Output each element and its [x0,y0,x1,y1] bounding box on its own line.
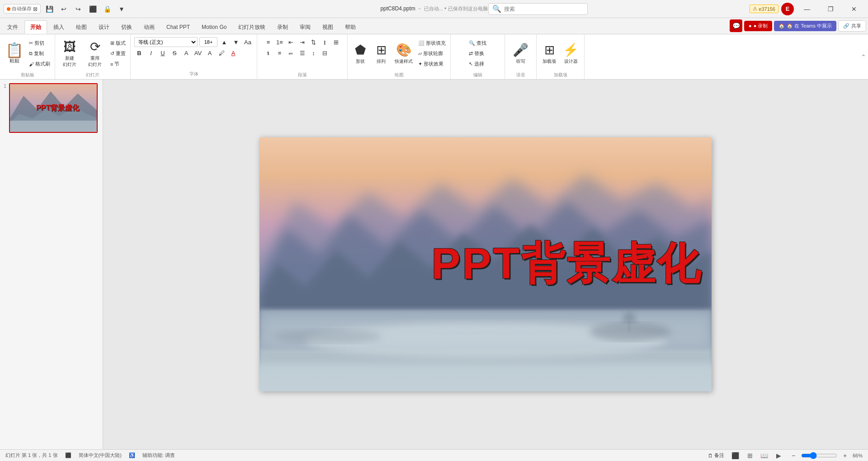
notes-button[interactable]: 🗒 备注 [706,451,726,461]
auto-save-dot [7,7,10,11]
search-icon: 🔍 [492,5,501,13]
new-slide-button[interactable]: 🖼 新建幻灯片 [58,38,81,70]
quick-styles-button[interactable]: 🎨 快速样式 [392,38,415,70]
font-size-increase[interactable]: ▲ [219,37,229,47]
more-tools-button[interactable]: 🔒 [101,3,113,15]
underline-button[interactable]: U [158,48,168,58]
align-left-button[interactable]: ⫮ [264,48,274,58]
char-spacing-button[interactable]: AV [193,48,203,58]
search-box[interactable]: 🔍 [488,3,588,15]
tab-chatppt[interactable]: Chat PPT [161,20,195,34]
reset-button[interactable]: ↺ 重置 [108,49,127,59]
tab-view[interactable]: 视图 [317,20,339,34]
font-family-select[interactable]: 等线 (正文) [134,37,198,47]
slide-canvas[interactable]: PPT背景虚化 [259,137,712,391]
fill-button[interactable]: ⬜ 形状填充 [416,38,448,48]
ribbon-content: 📋 粘贴 ✂ 剪切 ⧉ 复制 🖌 格式刷 剪贴板 [0,34,868,80]
layout-button[interactable]: ⊞ 版式 [108,38,127,48]
restore-button[interactable]: ❐ [820,0,841,18]
warning-badge[interactable]: ⚠ e37156 [750,5,778,13]
tab-motionGo[interactable]: Motion Go [196,20,232,34]
zoom-slider[interactable] [801,452,837,459]
user-avatar[interactable]: E [781,3,794,15]
minimize-button[interactable]: — [797,0,817,18]
teams-present-button[interactable]: 🏠 🏠 在 Teams 中展示 [774,21,836,31]
indent-decrease-button[interactable]: ⇤ [286,37,296,47]
addin-button[interactable]: ⊞ 加载项 [539,38,559,70]
text-color-button[interactable]: A [228,48,238,58]
list-number-button[interactable]: 1≡ [275,37,285,47]
arrange-button[interactable]: ⊞ 排列 [371,38,391,70]
line-spacing-button[interactable]: ↕ [309,48,319,58]
format-painter-button[interactable]: 🖌 格式刷 [27,59,52,69]
shadow-button[interactable]: A [181,48,191,58]
indent-increase-button[interactable]: ⇥ [297,37,307,47]
dictate-button[interactable]: 🎤 听写 [510,38,531,70]
column-break-button[interactable]: ⊟ [320,48,330,58]
tab-transitions[interactable]: 切换 [116,20,137,34]
slideshow-button[interactable]: ▶ [774,451,784,461]
copy-label: 复制 [34,50,44,57]
tab-insert[interactable]: 插入 [48,20,70,34]
normal-view-button[interactable]: ⬛ [731,451,741,461]
tab-help[interactable]: 帮助 [340,20,361,34]
tab-design[interactable]: 设计 [93,20,115,34]
align-right-button[interactable]: ⫭ [286,48,296,58]
find-button[interactable]: 🔍 查找 [467,38,488,48]
slide-thumbnail[interactable]: PPT背景虚化 [9,83,98,133]
list-bullet-button[interactable]: ≡ [264,37,274,47]
auto-save-toggle[interactable]: 自动保存 ⊠ [4,4,41,14]
outline-button[interactable]: ▱ 形状轮廓 [416,49,448,59]
tab-animations[interactable]: 动画 [138,20,160,34]
highlight-button[interactable]: 🖊 [217,48,226,58]
zoom-in-button[interactable]: + [840,451,850,461]
columns-button[interactable]: ⫿ [320,37,330,47]
reuse-slide-button[interactable]: ⟳ 重用幻灯片 [83,38,107,70]
bold-button[interactable]: B [134,48,144,58]
font-size-decrease[interactable]: ▼ [231,37,241,47]
select-button[interactable]: ↖ 选择 [467,59,488,69]
italic-button[interactable]: I [146,48,156,58]
redo-button[interactable]: ↪ [72,3,84,15]
text-direction-button[interactable]: ⇅ [309,37,319,47]
save-button[interactable]: 💾 [43,3,55,15]
effects-button[interactable]: ✦ 形状效果 [416,59,448,69]
auto-save-toggle-icon[interactable]: ⊠ [33,6,38,12]
shape-button[interactable]: ⬟ 形状 [350,38,370,70]
slide-sorter-button[interactable]: ⊞ [745,451,755,461]
search-input[interactable] [504,6,584,12]
tab-record[interactable]: 录制 [272,20,293,34]
zoom-out-button[interactable]: − [788,451,798,461]
tab-review[interactable]: 审阅 [294,20,316,34]
paste-button[interactable]: 📋 粘贴 [3,38,26,70]
tab-slideshow[interactable]: 幻灯片放映 [233,20,271,34]
tab-file[interactable]: 文件 [2,20,24,34]
strikethrough-button[interactable]: S [170,48,179,58]
comment-button[interactable]: 💬 [730,19,742,32]
tab-home[interactable]: 开始 [24,20,47,34]
slide-main-text[interactable]: PPT背景虚化 [431,235,702,294]
close-button[interactable]: ✕ [844,0,864,18]
font-size-input[interactable] [199,37,217,47]
section-button[interactable]: ≡ 节 [108,59,127,69]
record-button[interactable]: ● ● 录制 [744,21,772,31]
customize-button[interactable]: ▼ [116,3,127,15]
clear-format-button[interactable]: Aa [243,37,253,47]
tab-draw[interactable]: 绘图 [71,20,92,34]
reading-view-button[interactable]: 📖 [760,451,769,461]
designer-button[interactable]: ⚡ 设计器 [560,38,581,70]
undo-button[interactable]: ↩ [58,3,70,15]
font-color-button[interactable]: A [205,48,215,58]
copy-button[interactable]: ⧉ 复制 [27,49,52,59]
ribbon-collapse-button[interactable]: ⌃ [859,34,868,80]
smart-art-button[interactable]: ⊞ [331,37,341,47]
canvas-area[interactable]: PPT背景虚化 [103,80,868,449]
replace-button[interactable]: ⇄ 替换 [467,49,488,59]
present-button[interactable]: ⬛ [87,3,99,15]
justify-button[interactable]: ☰ [297,48,307,58]
cut-button[interactable]: ✂ 剪切 [27,38,52,48]
align-center-button[interactable]: ≡ [275,48,285,58]
edit-group-label: 编辑 [473,72,482,78]
share-button[interactable]: 🔗 共享 [838,20,866,32]
voice-group-label: 语音 [516,72,525,78]
